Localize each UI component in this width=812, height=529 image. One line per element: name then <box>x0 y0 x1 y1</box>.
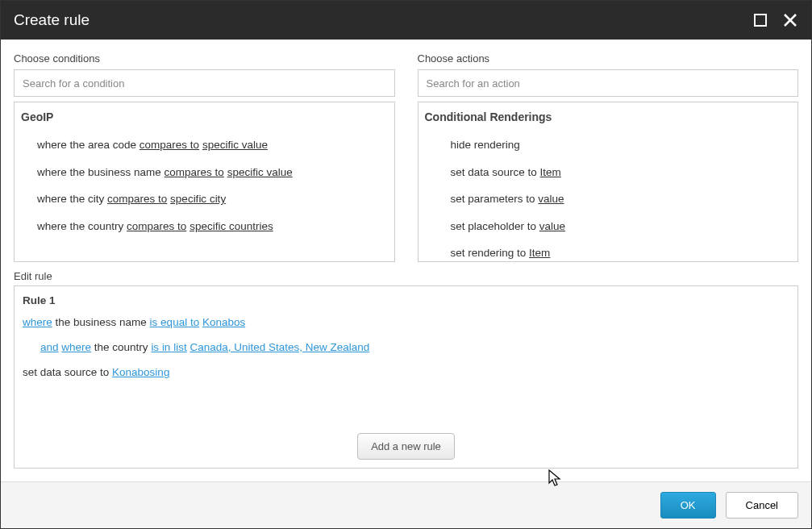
conditions-label: Choose conditions <box>14 52 395 65</box>
action-item[interactable]: set parameters to value <box>418 185 798 213</box>
actions-list[interactable]: Conditional Renderings hide rendering se… <box>418 102 799 262</box>
operator-link[interactable]: is in list <box>151 341 186 353</box>
actions-group-header: Conditional Renderings <box>418 102 798 131</box>
condition-operator-link[interactable]: compares to <box>139 139 199 151</box>
action-value-link[interactable]: value <box>539 220 565 232</box>
action-value-link[interactable]: value <box>538 193 564 205</box>
operator-link[interactable]: is equal to <box>150 316 200 328</box>
actions-label: Choose actions <box>418 52 799 65</box>
rule-condition-line: and where the country is in list Canada,… <box>40 341 789 353</box>
condition-value-link[interactable]: specific city <box>170 193 226 205</box>
rule-name: Rule 1 <box>23 294 789 306</box>
create-rule-dialog: Create rule Choose conditions GeoIP wher… <box>0 0 812 529</box>
value-link[interactable]: Canada, United States, New Zealand <box>189 341 369 353</box>
close-icon[interactable] <box>782 12 798 28</box>
rule-action-line: set data source to Konabosing <box>23 366 789 378</box>
cancel-button[interactable]: Cancel <box>726 492 798 519</box>
dialog-footer: OK Cancel <box>1 481 811 528</box>
actions-column: Choose actions Conditional Renderings hi… <box>418 52 799 262</box>
conditions-list[interactable]: GeoIP where the area code compares to sp… <box>14 102 395 262</box>
condition-operator-link[interactable]: compares to <box>127 220 186 232</box>
action-value-link[interactable]: Item <box>529 247 550 259</box>
condition-operator-link[interactable]: compares to <box>107 193 167 205</box>
condition-item[interactable]: where the business name compares to spec… <box>15 159 395 186</box>
edit-rule-label: Edit rule <box>14 270 798 282</box>
condition-operator-link[interactable]: compares to <box>164 166 224 178</box>
conditions-column: Choose conditions GeoIP where the area c… <box>14 52 395 262</box>
ok-button[interactable]: OK <box>660 492 716 519</box>
condition-item[interactable]: where the area code compares to specific… <box>15 131 395 159</box>
action-value-link[interactable]: Item <box>540 166 561 178</box>
action-item[interactable]: hide rendering <box>418 131 798 159</box>
rule-condition-line: where the business name is equal to Kona… <box>23 316 789 328</box>
condition-item[interactable]: where the city compares to specific city <box>15 185 395 213</box>
condition-value-link[interactable]: specific value <box>227 166 293 178</box>
dialog-title: Create rule <box>14 11 90 29</box>
conditions-search-input[interactable] <box>14 69 395 97</box>
header-controls <box>753 12 798 28</box>
edit-rule-panel: Rule 1 where the business name is equal … <box>14 285 798 469</box>
and-link[interactable]: and <box>40 341 59 353</box>
actions-search-input[interactable] <box>418 69 799 97</box>
svg-rect-0 <box>755 15 766 26</box>
dialog-body: Choose conditions GeoIP where the area c… <box>1 40 811 481</box>
dialog-header: Create rule <box>1 1 811 40</box>
conditions-group-header: GeoIP <box>15 102 395 131</box>
maximize-icon[interactable] <box>753 13 768 27</box>
where-link[interactable]: where <box>23 316 52 328</box>
add-new-rule-button[interactable]: Add a new rule <box>357 433 455 460</box>
condition-value-link[interactable]: specific value <box>202 139 268 151</box>
where-link[interactable]: where <box>61 341 91 353</box>
action-item[interactable]: set data source to Item <box>418 159 798 186</box>
columns: Choose conditions GeoIP where the area c… <box>14 52 798 262</box>
condition-item[interactable]: where the country compares to specific c… <box>15 213 395 240</box>
action-item[interactable]: set placeholder to value <box>418 213 798 240</box>
condition-value-link[interactable]: specific countries <box>189 220 273 232</box>
action-item[interactable]: set rendering to Item <box>418 240 798 262</box>
value-link[interactable]: Konabos <box>202 316 245 328</box>
value-link[interactable]: Konabosing <box>112 366 169 378</box>
